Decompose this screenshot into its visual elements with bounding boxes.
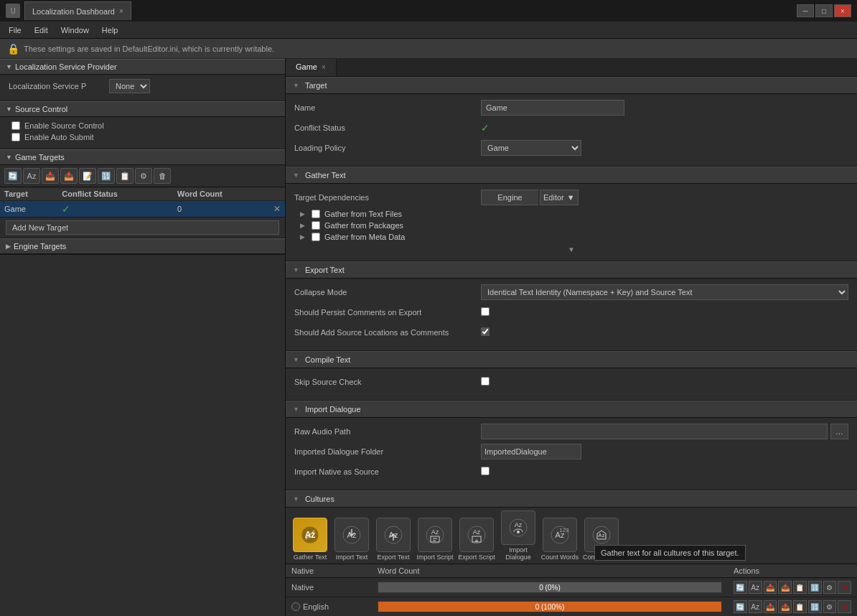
gather-packages-checkbox[interactable]: [312, 221, 320, 230]
menu-window[interactable]: Window: [55, 24, 95, 36]
compile-text-btn[interactable]: Az: [584, 518, 619, 552]
import-dialogue-btn[interactable]: Az: [501, 510, 535, 545]
import-native-checkbox[interactable]: [481, 467, 490, 475]
toolbar-btn-9[interactable]: 🗑: [154, 168, 171, 184]
editor-label[interactable]: Editor ▼: [540, 190, 579, 205]
export-arrow: ▼: [293, 266, 299, 274]
game-tab-close[interactable]: ×: [322, 63, 326, 71]
svg-text:Az: Az: [515, 521, 523, 528]
menu-file[interactable]: File: [3, 24, 27, 36]
info-icon: 🔒: [7, 43, 19, 55]
table-row[interactable]: Game ✓ 0 ✕: [0, 201, 285, 218]
main-tab[interactable]: Localization Dashboard ×: [24, 1, 131, 20]
persist-comments-checkbox[interactable]: [481, 307, 490, 316]
import-dialogue-btn-label: Import Dialogue: [498, 546, 538, 561]
english-action-4[interactable]: 📤: [778, 600, 792, 613]
raw-audio-value: …: [481, 424, 848, 439]
game-targets-header[interactable]: ▼ Game Targets: [0, 149, 285, 165]
gather-text-header[interactable]: ▼ Gather Text: [286, 167, 857, 184]
english-radio[interactable]: [291, 602, 300, 611]
expand-arrow-3[interactable]: ▶: [300, 233, 307, 241]
native-action-5[interactable]: 📋: [793, 581, 807, 594]
add-target-btn[interactable]: Add New Target: [6, 220, 279, 235]
english-action-7[interactable]: ⚙: [823, 600, 837, 613]
raw-audio-browse-btn[interactable]: …: [830, 424, 848, 439]
toolbar-btn-6[interactable]: 🔢: [98, 168, 115, 184]
minimize-btn[interactable]: ─: [797, 4, 814, 17]
source-control-header[interactable]: ▼ Source Control: [0, 101, 285, 117]
import-dialogue-header[interactable]: ▼ Import Dialogue: [286, 401, 857, 418]
english-action-2[interactable]: Az: [749, 600, 762, 613]
cultures-section-header[interactable]: ▼ Cultures: [286, 490, 857, 508]
toolbar-btn-5[interactable]: 📝: [79, 168, 96, 184]
auto-submit-checkbox[interactable]: [11, 133, 20, 141]
menu-edit[interactable]: Edit: [29, 24, 54, 36]
toolbar-btn-8[interactable]: ⚙: [135, 168, 152, 184]
export-script-icon-wrap: Az Export Script: [456, 518, 497, 561]
toolbar-btn-2[interactable]: Az: [23, 168, 40, 184]
english-action-3[interactable]: 📥: [764, 600, 777, 613]
target-section-header[interactable]: ▼ Target: [286, 77, 857, 94]
native-progress-container: 0 (0%): [378, 582, 722, 593]
gather-metadata-checkbox[interactable]: [312, 233, 320, 241]
provider-select[interactable]: None: [109, 79, 150, 93]
export-text-btn[interactable]: Az: [376, 518, 411, 552]
gather-collapse-arrow[interactable]: ▼: [294, 244, 848, 255]
native-delete[interactable]: ✕: [838, 581, 851, 594]
compile-text-header[interactable]: ▼ Compile Text: [286, 351, 857, 368]
tab-close-btn[interactable]: ×: [119, 7, 123, 15]
loading-policy-select[interactable]: Game Always Never Editor: [481, 140, 581, 156]
add-source-checkbox[interactable]: [481, 327, 490, 336]
close-btn[interactable]: ×: [834, 4, 851, 17]
localization-service-header[interactable]: ▼ Localization Service Provider: [0, 59, 285, 75]
expand-arrow-2[interactable]: ▶: [300, 222, 307, 229]
source-control-section: ▼ Source Control Enable Source Control E…: [0, 101, 285, 149]
count-words-btn[interactable]: Az 123: [543, 518, 577, 552]
target-name-input[interactable]: [481, 100, 624, 116]
window-controls: ─ □ ×: [797, 4, 851, 17]
export-text-header[interactable]: ▼ Export Text: [286, 261, 857, 279]
english-action-1[interactable]: 🔄: [734, 600, 747, 613]
toolbar-btn-1[interactable]: 🔄: [4, 168, 22, 184]
native-action-3[interactable]: 📥: [764, 581, 777, 594]
game-tab-label: Game: [296, 62, 317, 71]
skip-source-checkbox[interactable]: [481, 377, 490, 386]
game-tab[interactable]: Game ×: [286, 59, 337, 76]
import-text-btn[interactable]: Az: [334, 518, 369, 552]
title-bar: U Localization Dashboard × ─ □ ×: [0, 0, 857, 22]
cultures-table-header: Native Word Count Actions: [286, 564, 857, 578]
english-delete[interactable]: ✕: [838, 600, 851, 613]
engine-label: Engine: [481, 190, 538, 205]
native-action-1[interactable]: 🔄: [734, 581, 747, 594]
provider-control: None: [109, 79, 276, 93]
menu-help[interactable]: Help: [96, 24, 124, 36]
import-dialogue-body: Raw Audio Path … Imported Dialogue Folde…: [286, 418, 857, 490]
raw-audio-input[interactable]: [481, 424, 828, 439]
native-action-6[interactable]: 🔢: [808, 581, 822, 594]
collapse-mode-select[interactable]: Identical Text Identity (Namespace + Key…: [481, 284, 848, 300]
enable-src-ctrl-checkbox[interactable]: [11, 121, 20, 130]
export-text-icon-wrap: Az Export Text: [373, 518, 413, 561]
gather-arrow: ▼: [293, 172, 299, 179]
engine-editor-dropdown: Engine Editor ▼: [481, 190, 848, 205]
maximize-btn[interactable]: □: [815, 4, 833, 17]
native-action-2[interactable]: Az: [749, 581, 762, 594]
src-ctrl-body: Enable Source Control Enable Auto Submit: [0, 117, 285, 149]
english-action-6[interactable]: 🔢: [808, 600, 822, 613]
row-delete[interactable]: ✕: [269, 201, 285, 218]
native-action-4[interactable]: 📤: [778, 581, 792, 594]
import-script-btn[interactable]: Az: [418, 518, 452, 552]
toolbar-btn-3[interactable]: 📥: [42, 168, 59, 184]
native-action-7[interactable]: ⚙: [823, 581, 837, 594]
gather-text-btn[interactable]: Az: [293, 518, 327, 552]
imported-folder-input[interactable]: [481, 444, 581, 459]
gather-text-files-checkbox[interactable]: [312, 210, 320, 218]
expand-arrow-1[interactable]: ▶: [300, 210, 307, 218]
target-loading-label: Loading Policy: [294, 144, 481, 152]
engine-targets-header[interactable]: ▶ Engine Targets: [0, 238, 285, 254]
export-script-btn[interactable]: Az: [459, 518, 494, 552]
left-panel: ▼ Localization Service Provider Localiza…: [0, 59, 286, 616]
toolbar-btn-7[interactable]: 📋: [116, 168, 134, 184]
english-action-5[interactable]: 📋: [793, 600, 807, 613]
toolbar-btn-4[interactable]: 📤: [60, 168, 78, 184]
